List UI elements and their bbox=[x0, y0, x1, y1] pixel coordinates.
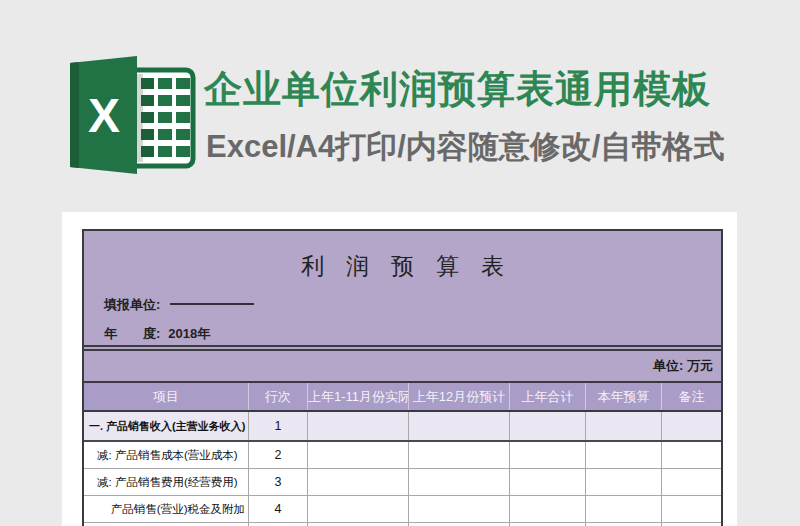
empty-cell bbox=[586, 412, 662, 440]
empty-cell bbox=[510, 442, 586, 468]
profit-budget-table: 利润预算表 填报单位: 年 度:2018年 单位: 万元 项目 行次 上年1-1… bbox=[82, 229, 723, 526]
empty-cell bbox=[409, 412, 510, 440]
empty-cell bbox=[308, 442, 409, 468]
empty-cell bbox=[662, 469, 721, 495]
empty-cell bbox=[308, 412, 409, 440]
table-row: 一. 产品销售收入(主营业务收入) 1 bbox=[84, 410, 721, 442]
empty-cell bbox=[510, 496, 586, 522]
sheet-title: 利润预算表 bbox=[84, 231, 721, 279]
table-row: 减: 产品销售费用(经营费用) 3 bbox=[84, 469, 721, 496]
row-label: 一. 产品销售收入(主营业务收入) bbox=[84, 412, 249, 440]
empty-cell bbox=[308, 469, 409, 495]
table-header-row: 项目 行次 上年1-11月份实际 上年12月份预计 上年合计 本年预算 备注 bbox=[84, 381, 721, 410]
empty-cell bbox=[510, 412, 586, 440]
col-header-line-no: 行次 bbox=[249, 383, 308, 410]
row-line-no: 2 bbox=[249, 442, 308, 468]
year-line: 年 度:2018年 bbox=[104, 325, 721, 343]
report-unit-label: 填报单位: bbox=[104, 297, 160, 312]
template-preview-card: 利润预算表 填报单位: 年 度:2018年 单位: 万元 项目 行次 上年1-1… bbox=[62, 212, 737, 526]
col-header-prev-jan-nov: 上年1-11月份实际 bbox=[308, 383, 409, 410]
col-header-this-year: 本年预算 bbox=[586, 383, 662, 410]
report-unit-line: 填报单位: bbox=[104, 296, 721, 314]
col-header-item: 项目 bbox=[84, 383, 249, 410]
table-row: 产品销售(营业)税金及附加 4 bbox=[84, 496, 721, 523]
col-header-remarks: 备注 bbox=[662, 383, 721, 410]
page: { "header": { "logo_letter": "X", "title… bbox=[0, 0, 800, 526]
empty-cell bbox=[586, 496, 662, 522]
col-header-prev-total: 上年合计 bbox=[510, 383, 586, 410]
table-title-section: 利润预算表 填报单位: 年 度:2018年 bbox=[84, 231, 721, 345]
empty-cell bbox=[510, 469, 586, 495]
empty-cell bbox=[409, 469, 510, 495]
report-unit-blank-line bbox=[170, 303, 254, 305]
empty-cell bbox=[308, 496, 409, 522]
hero-banner: X 企业单位利润预算表通用模板 Excel/A4打印/内容随意修改/自带格式 bbox=[0, 0, 800, 200]
row-label: 减: 产品销售成本(营业成本) bbox=[84, 442, 249, 468]
empty-cell bbox=[586, 469, 662, 495]
year-label: 年 度: bbox=[104, 326, 160, 341]
row-line-no: 3 bbox=[249, 469, 308, 495]
row-label: 产品销售(营业)税金及附加 bbox=[84, 496, 249, 522]
empty-cell bbox=[662, 442, 721, 468]
empty-cell bbox=[409, 442, 510, 468]
unit-note-row: 单位: 万元 bbox=[84, 351, 721, 381]
empty-cell bbox=[586, 442, 662, 468]
year-value: 2018年 bbox=[168, 326, 210, 341]
col-header-prev-dec: 上年12月份预计 bbox=[409, 383, 510, 410]
empty-cell bbox=[662, 496, 721, 522]
banner-title: 企业单位利润预算表通用模板 bbox=[204, 64, 764, 110]
banner-subtitle: Excel/A4打印/内容随意修改/自带格式 bbox=[206, 126, 776, 166]
row-line-no: 1 bbox=[249, 412, 308, 440]
empty-cell bbox=[662, 412, 721, 440]
row-label: 减: 产品销售费用(经营费用) bbox=[84, 469, 249, 495]
excel-logo-icon: X bbox=[63, 54, 197, 176]
unit-note: 单位: 万元 bbox=[653, 358, 713, 373]
row-line-no: 4 bbox=[249, 496, 308, 522]
empty-cell bbox=[409, 496, 510, 522]
excel-x-letter: X bbox=[88, 89, 120, 142]
table-row: 减: 产品销售成本(营业成本) 2 bbox=[84, 442, 721, 469]
